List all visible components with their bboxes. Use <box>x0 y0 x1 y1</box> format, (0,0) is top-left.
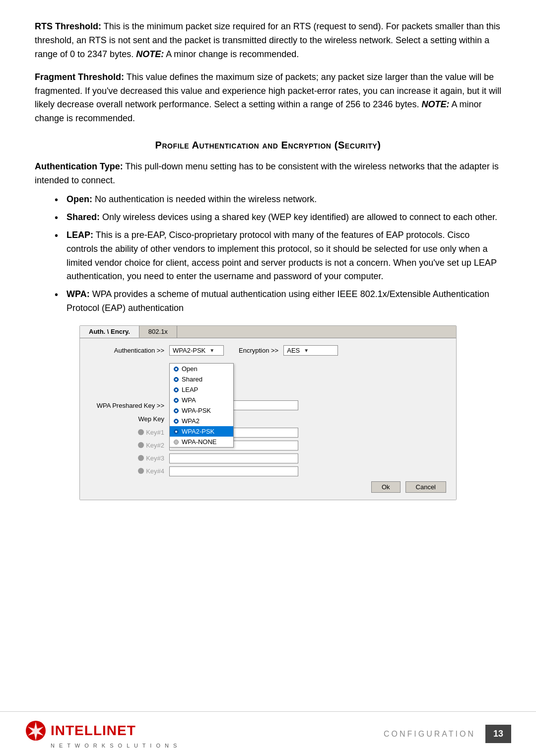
bullet-wpa: WPA: WPA provides a scheme of mutual aut… <box>55 288 501 315</box>
bullet-shared-text: Only wireless devices using a shared key… <box>102 212 497 222</box>
dropdown-leap[interactable]: LEAP <box>170 384 233 395</box>
footer-config-label: Configuration <box>384 730 475 739</box>
wep-key-3-row: Key#3 <box>90 454 446 463</box>
ok-button[interactable]: Ok <box>371 481 401 493</box>
fragment-heading: Fragment Threshold: <box>35 72 124 82</box>
wep-key-header-row: Wep Key <box>90 415 446 423</box>
rts-heading: RTS Threshold: <box>35 21 101 31</box>
dropdown-wpa2[interactable]: WPA2 <box>170 416 233 426</box>
wep-key-3-input[interactable] <box>169 454 298 463</box>
radio-leap <box>174 387 179 392</box>
dropdown-shared[interactable]: Shared <box>170 374 233 384</box>
radio-open <box>174 367 179 372</box>
bullet-shared-term: Shared: <box>67 212 100 222</box>
wpa-key-row: WPA Preshared Key >> <box>90 400 446 410</box>
radio-wpa <box>174 398 179 403</box>
encryption-select-arrow: ▼ <box>304 348 309 353</box>
wep-key-section: Wep Key Key#1 <box>90 415 446 476</box>
intellinet-logo: INTELLINET N E T W O R K S O L U T I O N… <box>25 720 178 749</box>
tab-802-1x[interactable]: 802.1x <box>139 326 177 338</box>
dialog-buttons: Ok Cancel <box>90 481 446 493</box>
bullet-leap-text: This is a pre-EAP, Cisco-proprietary pro… <box>67 230 497 282</box>
rts-note-text: A minor change is recommended. <box>166 49 299 59</box>
dropdown-wpa-psk[interactable]: WPA-PSK <box>170 405 233 416</box>
bullet-open-term: Open: <box>67 194 92 204</box>
section-heading-text: Profile Authentication and Encryption (S… <box>155 140 381 151</box>
encryption-select-value: AES <box>287 347 300 354</box>
wep-key-4-row: Key#4 <box>90 466 446 476</box>
wpa-key-label: WPA Preshared Key >> <box>90 402 169 409</box>
bullet-open-text: No authentication is needed within the w… <box>95 194 317 204</box>
encryption-label: Encryption >> <box>239 347 278 354</box>
dialog-body: Authentication >> WPA2-PSK ▼ Encryption … <box>80 338 456 500</box>
wep-key-1-icon <box>138 429 144 435</box>
wep-key-3-label: Key#3 <box>90 454 169 463</box>
wep-key-section-label: Wep Key <box>90 415 169 423</box>
bullet-list: Open: No authentication is needed within… <box>35 193 501 315</box>
wep-key-2-icon <box>138 442 144 448</box>
footer-right: Configuration 13 <box>384 725 511 743</box>
fragment-threshold-block: Fragment Threshold: This value defines t… <box>35 71 501 126</box>
radio-wpa-psk <box>174 408 179 413</box>
wep-key-2-label: Key#2 <box>90 442 169 450</box>
wep-key-4-input[interactable] <box>169 466 298 476</box>
auth-select-value: WPA2-PSK <box>173 347 205 354</box>
wep-key-3-icon <box>138 455 144 461</box>
cancel-button[interactable]: Cancel <box>405 481 446 493</box>
fragment-note-label: NOTE: <box>421 99 449 109</box>
wep-key-4-label: Key#4 <box>90 467 169 476</box>
bullet-leap: LEAP: This is a pre-EAP, Cisco-proprieta… <box>55 228 501 284</box>
dropdown-open[interactable]: Open <box>170 364 233 374</box>
bullet-shared: Shared: Only wireless devices using a sh… <box>55 211 501 225</box>
auth-type-heading: Authentication Type: <box>35 161 123 171</box>
dialog-tab-bar: Auth. \ Encry. 802.1x <box>80 326 456 338</box>
dropdown-wpa-none[interactable]: WPA-NONE <box>170 437 233 447</box>
intellinet-logo-top: INTELLINET <box>25 720 136 742</box>
auth-row: Authentication >> WPA2-PSK ▼ Encryption … <box>90 345 446 356</box>
radio-wpa2-psk <box>174 429 179 434</box>
intellinet-brand-name: INTELLINET <box>51 723 136 739</box>
radio-wpa2 <box>174 419 179 424</box>
bullet-wpa-term: WPA: <box>67 289 90 299</box>
page-content: RTS Threshold: This is the minimum packe… <box>0 0 536 532</box>
rts-note-label: NOTE: <box>136 49 164 59</box>
page-number: 13 <box>485 725 511 743</box>
bullet-open: Open: No authentication is needed within… <box>55 193 501 207</box>
wep-key-1-label: Key#1 <box>90 429 169 437</box>
tab-auth-encry[interactable]: Auth. \ Encry. <box>80 326 139 338</box>
wep-key-1-row: Key#1 <box>90 428 446 438</box>
auth-type-block: Authentication Type: This pull-down menu… <box>35 160 501 188</box>
wep-key-2-row: Key#2 <box>90 441 446 451</box>
intellinet-subtitle: N E T W O R K S O L U T I O N S <box>51 743 178 749</box>
auth-label: Authentication >> <box>90 347 169 354</box>
wep-key-4-icon <box>138 468 144 474</box>
dropdown-wpa2-psk[interactable]: WPA2-PSK <box>170 426 233 437</box>
radio-wpa-none <box>174 440 179 445</box>
rts-threshold-block: RTS Threshold: This is the minimum packe… <box>35 20 501 62</box>
encryption-select[interactable]: AES ▼ <box>283 345 338 356</box>
dropdown-wpa[interactable]: WPA <box>170 395 233 405</box>
dialog-screenshot: Auth. \ Encry. 802.1x Authentication >> … <box>79 325 457 500</box>
auth-select-arrow: ▼ <box>209 348 214 353</box>
radio-shared <box>174 377 179 382</box>
bullet-wpa-text: WPA provides a scheme of mutual authenti… <box>67 289 489 313</box>
intellinet-star-icon <box>25 720 47 742</box>
bullet-leap-term: LEAP: <box>67 230 93 240</box>
auth-select[interactable]: WPA2-PSK ▼ <box>169 345 224 356</box>
page-footer: INTELLINET N E T W O R K S O L U T I O N… <box>0 711 536 756</box>
section-heading: Profile Authentication and Encryption (S… <box>35 140 501 151</box>
auth-dropdown[interactable]: Open Shared LEAP WPA <box>169 363 234 448</box>
